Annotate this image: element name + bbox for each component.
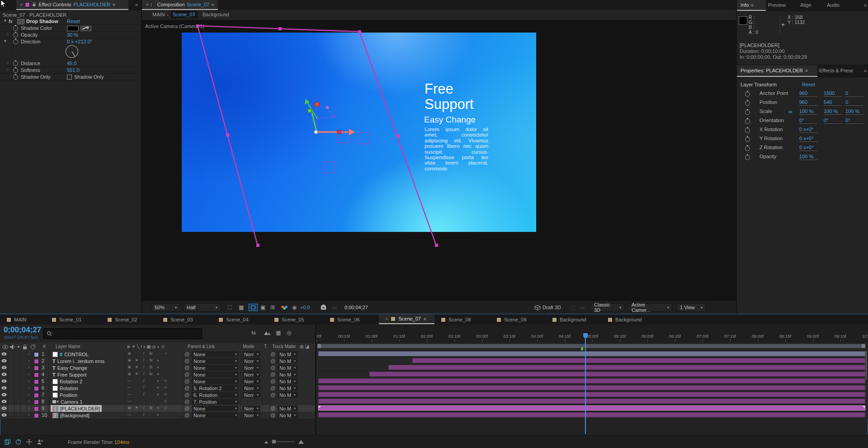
tab-info[interactable]: Info≡ [737, 0, 766, 11]
draft3d-cube-icon[interactable] [534, 305, 541, 311]
timeline-tab-background[interactable]: Background [546, 314, 601, 325]
timeline-tab-scene_07[interactable]: ×Scene_07≡ [379, 314, 434, 324]
panel-menu-icon[interactable]: ≡ [751, 3, 754, 8]
layer-duration-bar[interactable] [318, 412, 865, 417]
tab-composition[interactable]: × Composition Scene_07 ≡ [142, 0, 218, 10]
property-value[interactable]: 0° [824, 118, 842, 124]
snapshot-icon[interactable]: ⛶ [228, 304, 231, 311]
column-mode[interactable]: Mode [243, 344, 254, 349]
timeline-tab-scene_06[interactable]: Scene_06 [323, 314, 379, 325]
tab-effects-presets[interactable]: Effects & Prese [819, 68, 854, 73]
timeline-tab-background[interactable]: Background [601, 314, 657, 325]
layer-duration-bar[interactable] [369, 372, 865, 377]
property-value[interactable]: 1500 [824, 90, 842, 97]
layer-duration-bar[interactable] [318, 351, 865, 356]
matte-toggle-icons[interactable]: ◍ ◪ [300, 344, 309, 349]
property-value[interactable]: 540 [824, 99, 842, 106]
breadcrumb-item[interactable]: MAIN [152, 12, 165, 17]
tab-preview[interactable]: Preview [768, 2, 786, 8]
composition-mini-flowchart-icon[interactable]: ⇆ [251, 330, 256, 336]
shadow-color-swatch[interactable] [67, 26, 79, 31]
camera-view-dropdown[interactable]: Active Camer...▾ [628, 303, 672, 311]
comp-marker[interactable] [581, 347, 583, 350]
work-area-end-handle[interactable] [862, 344, 865, 348]
close-icon[interactable]: × [146, 2, 148, 7]
more-tabs-icon[interactable]: » [135, 2, 137, 7]
collaborate-icon[interactable] [37, 439, 44, 445]
property-value[interactable]: 0 x+0° [799, 127, 817, 133]
layer-duration-bar[interactable] [318, 406, 865, 410]
composition-canvas[interactable]: Free Support Easy Change Lorem ipsum dol… [182, 33, 536, 232]
column-track-matte[interactable]: Track Matte [272, 344, 296, 349]
current-timecode[interactable]: 0;00;04;27 [4, 325, 41, 335]
layer-duration-bar[interactable] [412, 358, 865, 363]
panel-menu-icon[interactable]: ≡ [113, 2, 115, 7]
stopwatch-icon[interactable] [745, 110, 750, 115]
stopwatch-icon[interactable] [13, 33, 18, 38]
zoom-dropdown[interactable]: 50%▾ [151, 303, 180, 311]
stopwatch-icon[interactable] [745, 146, 750, 151]
column-t[interactable]: T [264, 344, 267, 349]
column-number[interactable]: # [43, 344, 46, 349]
timeline-tab-scene_03[interactable]: Scene_03 [156, 314, 212, 325]
transform-reset-button[interactable]: Reset [802, 82, 815, 87]
more-tabs-icon[interactable]: » [864, 68, 866, 73]
transparency-grid-icon[interactable]: ▦ [239, 304, 244, 311]
work-area-start-handle[interactable] [317, 344, 321, 348]
panel-menu-icon[interactable]: ≡ [805, 68, 808, 73]
close-icon[interactable]: × [385, 316, 388, 321]
column-layer-name[interactable]: Layer Name [56, 344, 80, 349]
breadcrumb-active-pill[interactable]: Scene_07 ‹ [171, 11, 198, 18]
direction-value[interactable]: 0 x +212.0° [67, 39, 92, 44]
draft-mountain-icon[interactable] [264, 330, 271, 335]
opacity-value[interactable]: 30 % [67, 32, 78, 38]
zoom-in-mountain-icon[interactable] [298, 439, 304, 444]
vertical-scrollbar[interactable] [865, 351, 867, 380]
stopwatch-icon[interactable] [745, 137, 750, 142]
property-value[interactable]: 100 % [845, 108, 863, 115]
panel-menu-icon[interactable]: ≡ [212, 2, 214, 7]
exposure-reset-icon[interactable]: ◉ [292, 304, 297, 311]
preview-timecode[interactable]: 0;00;04;27 [344, 305, 368, 310]
timeline-tab-scene_09[interactable]: Scene_09 [490, 314, 546, 325]
stopwatch-icon[interactable] [13, 39, 18, 44]
property-value[interactable]: 0 x+0° [799, 136, 817, 142]
audio-column-icon[interactable] [10, 344, 15, 349]
tab-align[interactable]: Align [800, 2, 811, 8]
tab-effect-controls[interactable]: × Effect Controls PLACEHOLDER ≡ [16, 0, 128, 10]
more-tabs-icon[interactable]: » [864, 2, 866, 8]
layer-transform-header[interactable]: Layer Transform [741, 82, 777, 87]
breadcrumb-item[interactable]: Background [203, 12, 229, 17]
work-area-bar[interactable] [317, 344, 865, 348]
zoom-slider-thumb[interactable] [272, 440, 276, 443]
mask-toggle-icon[interactable]: ▣ [260, 304, 265, 311]
search-input[interactable] [43, 328, 202, 339]
property-value[interactable]: 0° [845, 118, 863, 124]
motion-blur-icon[interactable]: ◎ [287, 330, 291, 336]
timeline-tab-scene_01[interactable]: Scene_01 [45, 314, 101, 325]
timeline-tab-scene_05[interactable]: Scene_05 [268, 314, 323, 325]
playhead-line[interactable] [585, 338, 586, 434]
timeline-zoom-slider[interactable] [271, 441, 295, 442]
view-layout-dropdown[interactable]: 1 View▾ [677, 303, 706, 311]
render-queue-icon[interactable] [5, 439, 10, 445]
layer-duration-bar[interactable] [318, 378, 865, 383]
exposure-value[interactable]: +0.0 [300, 305, 310, 310]
camera-icon[interactable] [321, 305, 328, 310]
layer-duration-bar[interactable] [318, 385, 865, 390]
layer-duration-bar[interactable] [318, 392, 865, 397]
effect-reset-button[interactable]: Reset [67, 19, 80, 24]
layer-duration-bar[interactable] [388, 365, 865, 370]
move-icon[interactable] [26, 439, 32, 445]
stopwatch-icon[interactable] [745, 128, 750, 133]
stopwatch-icon[interactable] [13, 68, 18, 73]
cache-icon[interactable] [15, 439, 21, 445]
property-value[interactable]: 100 % [799, 108, 817, 115]
timeline-tab-scene_02[interactable]: Scene_02 [101, 314, 156, 325]
time-ruler[interactable]: 0:00f00:15f01:00f01:15f02:00f02:15f03:00… [316, 325, 868, 343]
tab-properties[interactable]: Properties: PLACEHOLDER≡ [737, 65, 817, 77]
panel-menu-icon[interactable]: ≡ [424, 316, 426, 321]
shadow-only-checkbox[interactable] [67, 75, 72, 80]
effect-header-row[interactable]: ▼ fx Drop Shadow Reset [0, 18, 141, 25]
property-value[interactable]: 100 % [799, 154, 817, 160]
